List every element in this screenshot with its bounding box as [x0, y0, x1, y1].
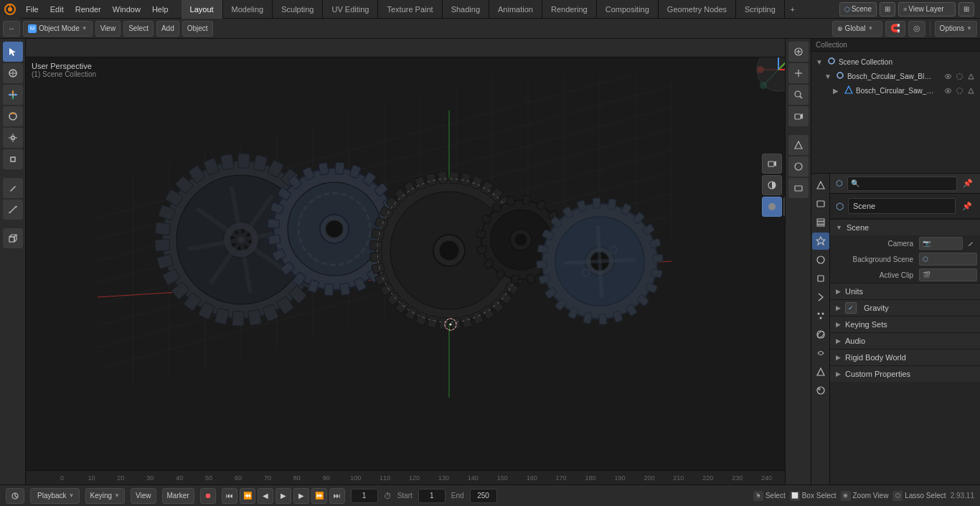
new-scene-btn[interactable]: ⊞ [880, 2, 895, 17]
snap-btn[interactable]: 🧲 [885, 21, 905, 37]
mesh-render-btn[interactable] [966, 85, 976, 95]
jump-start-btn[interactable]: ⏮ [222, 488, 237, 504]
custom-props-header[interactable]: ▶ Custom Properties [830, 366, 980, 382]
menu-window[interactable]: Window [107, 0, 146, 19]
view-menu[interactable]: View [95, 21, 121, 37]
camera-value-btn[interactable]: 📷 [919, 237, 963, 250]
world-props-btn[interactable] [812, 251, 829, 268]
tab-geometry-nodes[interactable]: Geometry Nodes [659, 0, 736, 19]
measure-tool[interactable] [3, 200, 23, 220]
tab-scripting[interactable]: Scripting [736, 0, 785, 19]
object-menu[interactable]: Object [182, 21, 213, 37]
scale-tool[interactable] [3, 128, 23, 148]
jump-end-btn[interactable]: ⏭ [329, 488, 345, 504]
scene-props-btn[interactable] [812, 233, 829, 250]
keying-dropdown[interactable]: Keying ▼ [85, 488, 126, 504]
transform-dropdown[interactable]: ⊕ Global ▼ [832, 21, 882, 37]
render-props-btn[interactable] [812, 177, 829, 194]
constraints-props-btn[interactable] [812, 345, 829, 362]
viewport-shading-btn[interactable] [762, 175, 782, 195]
menu-render[interactable]: Render [70, 0, 107, 19]
add-cube-tool[interactable] [3, 228, 23, 248]
timeline-editor-type-btn[interactable] [6, 488, 24, 504]
view-layer-btn[interactable]: ≡ View Layer [898, 2, 956, 17]
view-layer-props-btn[interactable] [812, 214, 829, 231]
select-tool[interactable] [3, 42, 23, 62]
view-move-btn[interactable] [788, 63, 809, 83]
current-frame-input[interactable]: 1 [351, 489, 378, 503]
menu-file[interactable]: File [20, 0, 44, 19]
scene-props-search[interactable]: 🔍 [847, 177, 957, 191]
tab-compositing[interactable]: Compositing [597, 0, 659, 19]
view-overlay-btn[interactable] [788, 178, 809, 198]
camera-edit-btn[interactable] [964, 237, 977, 250]
play-btn[interactable]: ▶ [275, 488, 291, 504]
cursor-tool[interactable] [3, 63, 23, 83]
proportional-edit-btn[interactable]: ◎ [908, 21, 925, 37]
start-frame-input[interactable]: 1 [418, 489, 446, 503]
tab-modeling[interactable]: Modeling [223, 0, 273, 19]
units-header[interactable]: ▶ Units [830, 284, 980, 299]
object-props-btn[interactable] [812, 270, 829, 287]
particles-props-btn[interactable] [812, 307, 829, 324]
scene-collection-item[interactable]: ▼ Scene Collection [811, 55, 980, 69]
view-eye-btn[interactable] [943, 71, 953, 81]
modifier-props-btn[interactable] [812, 289, 829, 306]
view-shading-btn[interactable] [788, 156, 809, 177]
saw-blades-collection-item[interactable]: ▼ Bosch_Circular_Saw_Blades_ [820, 69, 980, 83]
add-workspace-button[interactable]: + [785, 0, 801, 19]
tab-texture-paint[interactable]: Texture Paint [378, 0, 442, 19]
next-keyframe-btn[interactable]: ⏩ [311, 488, 327, 504]
record-btn[interactable]: ⏺ [200, 488, 216, 504]
end-frame-input[interactable]: 250 [470, 489, 497, 503]
gravity-header[interactable]: ▶ ✓ Gravity [830, 300, 980, 316]
view-render-btn[interactable] [788, 135, 809, 155]
tab-rendering[interactable]: Rendering [542, 0, 597, 19]
mode-dropdown[interactable]: M Object Mode ▼ [23, 21, 93, 37]
mesh-view-btn[interactable] [943, 85, 953, 95]
active-scene-btn[interactable]: ⬡ Scene [839, 2, 877, 17]
audio-header[interactable]: ▶ Audio [830, 333, 980, 349]
transform-orientation-btn[interactable]: ↔ [3, 21, 20, 37]
scene-options-btn[interactable]: 📌 [960, 199, 974, 213]
data-props-btn[interactable] [812, 363, 829, 380]
saw-mesh-item[interactable]: ▶ Bosch_Circular_Saw_Blac [811, 83, 980, 98]
annotate-tool[interactable] [3, 178, 23, 198]
gravity-checkbox[interactable]: ✓ [845, 302, 857, 314]
move-tool[interactable] [3, 85, 23, 105]
material-props-btn[interactable] [812, 382, 829, 399]
scene-section-header[interactable]: ▼ Scene [830, 220, 980, 235]
transform-tool[interactable] [3, 149, 23, 169]
menu-help[interactable]: Help [146, 0, 174, 19]
step-forward-btn[interactable]: ▶ [293, 488, 309, 504]
output-props-btn[interactable] [812, 195, 829, 212]
view-zoom-btn[interactable] [788, 85, 809, 105]
view-render-eye-btn[interactable] [966, 71, 976, 81]
rotate-tool[interactable] [3, 106, 23, 126]
tab-uv-editing[interactable]: UV Editing [323, 0, 378, 19]
physics-props-btn[interactable] [812, 326, 829, 343]
tab-sculpting[interactable]: Sculpting [273, 0, 323, 19]
view-camera-btn[interactable] [788, 106, 809, 126]
mesh-select-btn[interactable] [954, 85, 964, 95]
scene-name-input[interactable]: Scene [848, 198, 956, 214]
add-menu[interactable]: Add [156, 21, 179, 37]
scene-props-pin[interactable]: 📌 [961, 177, 974, 190]
view-menu-timeline[interactable]: View [131, 488, 156, 504]
tab-shading[interactable]: Shading [443, 0, 489, 19]
viewport-solid-btn[interactable] [762, 197, 782, 217]
marker-menu[interactable]: Marker [162, 488, 194, 504]
background-scene-btn[interactable]: ⬡ [919, 253, 977, 266]
tab-animation[interactable]: Animation [489, 0, 542, 19]
options-btn[interactable]: Options ▼ [935, 21, 977, 37]
viewport-3d[interactable]: X Y Z [26, 39, 811, 484]
prev-keyframe-btn[interactable]: ⏪ [240, 488, 255, 504]
rigid-body-header[interactable]: ▶ Rigid Body World [830, 350, 980, 365]
active-clip-btn[interactable]: 🎬 [919, 268, 977, 281]
view-properties-btn[interactable] [788, 42, 809, 62]
tab-layout[interactable]: Layout [182, 0, 223, 19]
step-back-btn[interactable]: ◀ [258, 488, 273, 504]
view-select-btn[interactable] [954, 71, 964, 81]
add-view-layer-btn[interactable]: ⊞ [958, 2, 974, 17]
keying-sets-header[interactable]: ▶ Keying Sets [830, 317, 980, 332]
